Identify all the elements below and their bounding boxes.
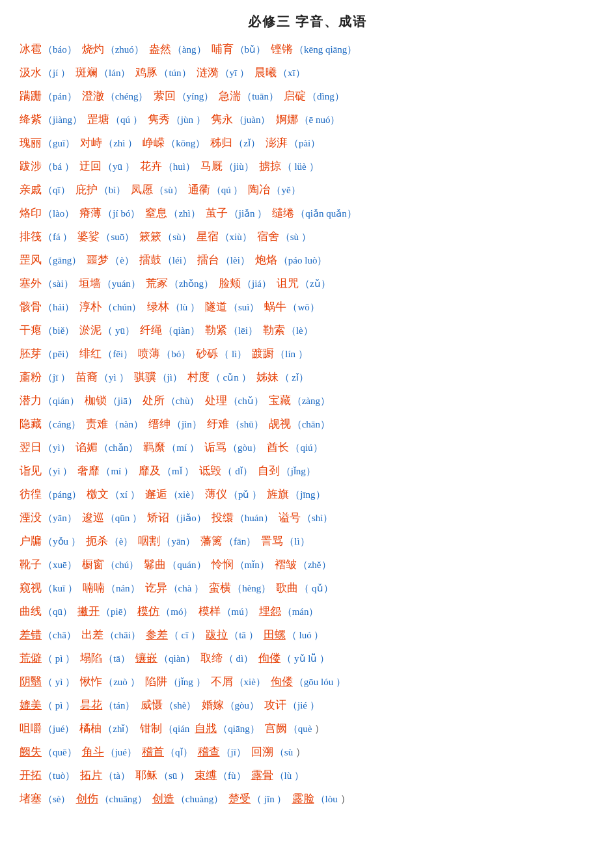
entry: 模仿（mó） bbox=[137, 601, 193, 623]
entry: 出差（chāi） bbox=[81, 624, 141, 646]
entry: 昙花（tán） bbox=[80, 694, 135, 716]
entry: 鸡豚（tún） bbox=[135, 62, 191, 84]
entry: 淳朴（chún） bbox=[79, 296, 141, 318]
entry: 愀怍（zuò ） bbox=[80, 671, 139, 693]
row-20: 彷徨（páng） 檄文（xí ） 邂逅（xiè） 薄仪（pǔ ） 旌旗（jīng… bbox=[20, 483, 595, 506]
entry: 淤泥（ yū） bbox=[79, 319, 135, 342]
entry: 苗裔（yì ） bbox=[75, 366, 128, 388]
entry: 骐骥（jì） bbox=[134, 366, 182, 388]
row-32: 开拓（tuò） 拓片（tà） 耶稣（sū ） 束缚（fù） 露骨（lù ） bbox=[20, 765, 595, 787]
entry: 邂逅（xiè） bbox=[145, 483, 200, 506]
entry: 缱绻（qiǎn quǎn） bbox=[272, 202, 356, 224]
row-22: 户牖（yǒu ） 扼杀（è） 咽割（yān） 藩篱（fān） 詈骂（lì） bbox=[20, 530, 595, 552]
entry: 罡塘（qú ） bbox=[87, 109, 143, 131]
entry: 差错（chā） bbox=[20, 624, 76, 646]
entry: 勒紧（lēi） bbox=[205, 319, 258, 342]
entry: 村度（ cǔn ） bbox=[187, 366, 251, 388]
entry: 投缳（huán） bbox=[212, 507, 273, 529]
entry: 奢靡（mí ） bbox=[77, 460, 133, 482]
entry: 瑰丽（guī） bbox=[20, 132, 75, 154]
row-21: 湮没（yān） 逡巡（qūn ） 矫诏（jiǎo） 投缳（huán） 谥号（sh… bbox=[20, 507, 595, 529]
entry: 塞外（sài） bbox=[20, 273, 74, 295]
entry: 谥号（shì） bbox=[279, 507, 333, 529]
entry: 诋毁（ dǐ） bbox=[199, 460, 252, 482]
entry: 晨曦（xī） bbox=[254, 62, 305, 84]
entry: 绿林（lù ） bbox=[147, 296, 200, 318]
row-25: 曲线（qū） 撇开（piē） 模仿（mó） 模样（mú） 埋怨（mán） bbox=[20, 601, 595, 623]
row-12: 骸骨（hái） 淳朴（chún） 绿林（lù ） 隧道（suì） 蜗牛（wō） bbox=[20, 296, 595, 318]
entry: 阙失（quē） bbox=[20, 741, 77, 763]
entry: 自戕（qiāng） bbox=[195, 718, 259, 740]
entry: 稽查（jī） bbox=[198, 741, 246, 763]
entry: 田螺（ luó ） bbox=[264, 624, 324, 646]
entry: 靴子（xuē） bbox=[20, 554, 77, 576]
entry: 斑斓（lán） bbox=[75, 62, 130, 84]
entry: 绯红（fēi） bbox=[79, 343, 133, 365]
entry: 宿舍（sù ） bbox=[257, 226, 311, 248]
entry: 开拓（tuò） bbox=[20, 765, 75, 787]
entry: 簌簌（sù） bbox=[139, 226, 191, 248]
entry: 诣见（yì ） bbox=[20, 460, 72, 482]
entry: 炮烙（páo luò） bbox=[255, 249, 327, 271]
entry: 冰雹（báo） bbox=[20, 38, 77, 61]
entry: 耶稣（sū ） bbox=[135, 765, 189, 787]
entry: 自刭（jǐng） bbox=[258, 460, 316, 482]
row-27: 荒僻（ pì ） 塌陷（tā） 镶嵌（qiàn） 取缔（ dì） 佝偻（ yǔ … bbox=[20, 647, 595, 670]
entry: 急湍（tuān） bbox=[219, 85, 279, 107]
entry: 咽割（yān） bbox=[138, 530, 195, 552]
entry: 凤愿（sù） bbox=[131, 179, 182, 201]
entry: 汲水（jí ） bbox=[20, 62, 70, 84]
entry: 楚受（ jīn ） bbox=[228, 788, 286, 810]
entry: 勒索（lè） bbox=[263, 319, 313, 342]
entry: 橱窗（chú） bbox=[82, 554, 139, 576]
entry: 窥视（kuī ） bbox=[20, 577, 77, 599]
row-23: 靴子（xuē） 橱窗（chú） 鬈曲（quán） 怜悯（mǐn） 褶皱（zhě） bbox=[20, 554, 595, 576]
entry: 隧道（suì） bbox=[205, 296, 260, 318]
entry: 胚芽（pēi） bbox=[20, 343, 74, 365]
entry: 埋怨（mán） bbox=[259, 601, 319, 623]
entry: 扼杀（è） bbox=[86, 530, 133, 552]
entry: 怜悯（mǐn） bbox=[212, 554, 269, 576]
row-3: 蹒跚（pán） 澄澈（chéng） 萦回（yíng） 急湍（tuān） 启碇（d… bbox=[20, 85, 595, 107]
entry: 参差（ cī ） bbox=[146, 624, 200, 646]
entry: 姊妹（ zǐ） bbox=[256, 366, 308, 388]
entry: 绛紫（jiàng） bbox=[20, 109, 82, 131]
page-title: 必修三 字音、成语 bbox=[20, 13, 595, 31]
entry: 纤绳（qiàn） bbox=[140, 319, 200, 342]
entry: 湮没（yān） bbox=[20, 507, 77, 529]
entry: 婀娜（ē nuó） bbox=[276, 109, 340, 131]
entry: 责难（nàn） bbox=[86, 413, 143, 435]
entry: 不屑（xiè） bbox=[211, 671, 266, 693]
row-29: 媲美（ pì ） 昙花（tán） 威慑（shè） 婚嫁（gòu） 攻讦（jié … bbox=[20, 694, 595, 716]
entry: 佝偻（gōu lóu ） bbox=[271, 671, 346, 693]
entry: 逡巡（qūn ） bbox=[82, 507, 142, 529]
row-26: 差错（chā） 出差（chāi） 参差（ cī ） 跋拉（tā ） 田螺（ lu… bbox=[20, 624, 595, 646]
entry: 取缔（ dì） bbox=[200, 647, 253, 670]
entry: 鬈曲（quán） bbox=[144, 554, 206, 576]
entry: 婆娑（suō） bbox=[77, 226, 134, 248]
entry: 瘠薄（jí bó） bbox=[79, 202, 140, 224]
entry: 蛮横（hèng） bbox=[209, 577, 271, 599]
entry: 撇开（piē） bbox=[77, 601, 132, 623]
entry: 盎然（àng） bbox=[149, 38, 206, 61]
entry: 哺育（bǔ） bbox=[212, 38, 266, 61]
entry: 咀嚼（jué） bbox=[20, 718, 74, 740]
entry: 启碇（dìng） bbox=[284, 85, 344, 107]
entry: 诅咒（zǔ） bbox=[277, 273, 331, 295]
entry: 创伤（chuāng） bbox=[76, 788, 147, 810]
row-14: 胚芽（pēi） 绯红（fēi） 喷薄（bó） 砂砾（ lì） 踱蹰（lín ） bbox=[20, 343, 595, 365]
entry: 秭归（zǐ） bbox=[210, 132, 260, 154]
entry: 诟骂（gòu） bbox=[204, 437, 262, 459]
entry: 噩梦（è） bbox=[87, 249, 134, 271]
entry: 澄澈（chéng） bbox=[82, 85, 148, 107]
row-2: 汲水（jí ） 斑斓（lán） 鸡豚（tún） 涟漪（yī ） 晨曦（xī） bbox=[20, 62, 595, 84]
entry: 彷徨（páng） bbox=[20, 483, 81, 506]
entry: 踱蹰（lín ） bbox=[252, 343, 308, 365]
entry: 讫异（chà ） bbox=[145, 577, 204, 599]
entry: 窒息（zhì） bbox=[145, 202, 200, 224]
entry: 跋拉（tā ） bbox=[206, 624, 258, 646]
entry: 回溯（sù ） bbox=[251, 741, 308, 763]
entry: 塌陷（tā） bbox=[80, 647, 130, 670]
entry: 峥嵘（kōng） bbox=[143, 132, 205, 154]
entry: 涟漪（yī ） bbox=[197, 62, 249, 84]
